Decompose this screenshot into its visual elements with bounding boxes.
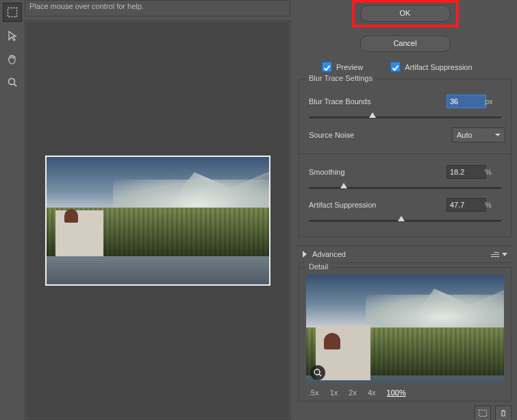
unit-px: px <box>485 97 501 106</box>
artifact-suppression-input[interactable] <box>446 198 486 212</box>
loupe-icon[interactable] <box>310 365 325 380</box>
blur-trace-bounds-label: Blur Trace Bounds <box>309 97 396 106</box>
svg-line-2 <box>14 84 17 87</box>
blur-trace-bounds-slider[interactable] <box>309 116 501 119</box>
left-toolbar <box>0 0 25 420</box>
group-title: Detail <box>306 262 331 271</box>
ok-button[interactable]: OK <box>360 5 451 22</box>
help-status-bar: Place mouse over control for help. <box>25 0 290 16</box>
svg-point-1 <box>9 79 15 85</box>
preview-image <box>45 156 270 286</box>
zoom-4x[interactable]: 4x <box>368 388 376 397</box>
unit-percent: % <box>485 201 501 209</box>
direct-select-tool[interactable] <box>3 26 22 45</box>
preview-checkbox-label: Preview <box>336 63 363 71</box>
cancel-button[interactable]: Cancel <box>360 36 451 52</box>
menu-icon <box>491 252 499 257</box>
slider-thumb-icon[interactable] <box>340 183 347 188</box>
zoom-bar: .5x 1x 2x 4x 100% <box>306 384 504 397</box>
detail-preview[interactable] <box>306 275 504 384</box>
checkmark-icon <box>322 62 332 72</box>
preview-canvas[interactable] <box>25 21 290 420</box>
delete-trace-button[interactable] <box>495 406 512 420</box>
artifact-suppression-slider[interactable] <box>309 220 501 222</box>
artifact-suppression-label: Artifact Suppression <box>309 201 396 209</box>
preview-checkbox[interactable]: Preview <box>322 62 363 72</box>
marquee-tool[interactable] <box>3 3 22 22</box>
smoothing-label: Smoothing <box>309 168 396 176</box>
source-noise-select[interactable]: Auto <box>452 127 505 143</box>
svg-point-3 <box>314 369 320 375</box>
source-noise-value: Auto <box>457 131 472 139</box>
panel-menu-button[interactable] <box>491 252 507 257</box>
detail-group: Detail .5x 1x 2x 4x 100% <box>299 267 512 402</box>
zoom-1x[interactable]: 1x <box>330 388 338 397</box>
zoom-2x[interactable]: 2x <box>349 388 357 397</box>
advanced-label: Advanced <box>312 250 346 258</box>
zoom-100[interactable]: 100% <box>387 388 406 397</box>
slider-thumb-icon[interactable] <box>369 112 376 118</box>
smoothing-input[interactable] <box>446 165 486 179</box>
svg-line-4 <box>319 374 321 376</box>
source-noise-label: Source Noise <box>309 131 396 139</box>
zoom-tool[interactable] <box>3 73 22 92</box>
blur-trace-settings-group: Blur Trace Settings Blur Trace Bounds px… <box>299 79 512 237</box>
smoothing-slider[interactable] <box>309 187 501 189</box>
chevron-down-icon <box>502 253 507 256</box>
artifact-suppression-checkbox[interactable]: Artifact Suppression <box>390 62 472 72</box>
triangle-right-icon <box>303 251 307 258</box>
artifact-checkbox-label: Artifact Suppression <box>405 63 472 71</box>
slider-thumb-icon[interactable] <box>398 216 405 221</box>
svg-rect-5 <box>479 410 487 417</box>
svg-rect-0 <box>8 8 17 17</box>
group-title: Blur Trace Settings <box>306 74 375 82</box>
add-trace-button[interactable] <box>475 406 491 420</box>
advanced-section-toggle[interactable]: Advanced <box>299 245 512 263</box>
checkmark-icon <box>390 62 401 72</box>
ok-highlight: OK <box>352 0 459 27</box>
unit-percent: % <box>485 168 501 176</box>
hand-tool[interactable] <box>3 49 22 69</box>
chevron-down-icon <box>495 134 501 136</box>
blur-trace-bounds-input[interactable] <box>446 95 486 108</box>
zoom-half[interactable]: .5x <box>309 388 319 397</box>
